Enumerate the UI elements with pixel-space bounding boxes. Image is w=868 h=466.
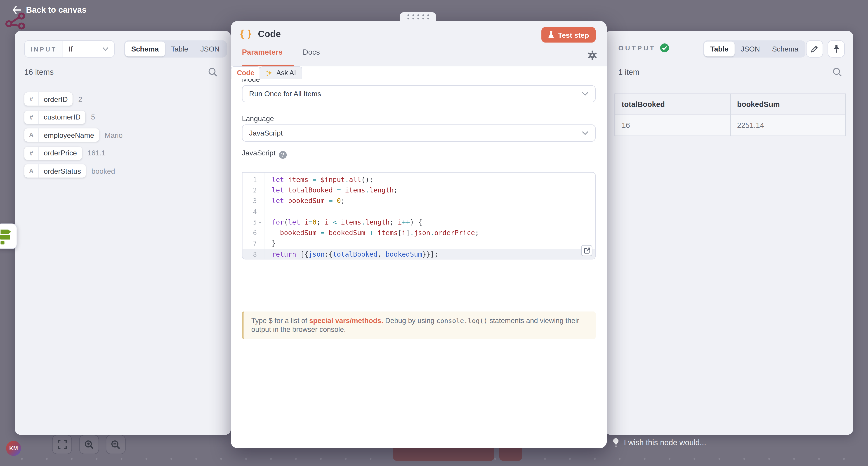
- input-source-select[interactable]: If: [63, 41, 114, 57]
- input-source-control: INPUT If: [24, 40, 115, 58]
- tab-docs[interactable]: Docs: [303, 48, 320, 57]
- line-number: 4: [243, 208, 257, 215]
- code-line[interactable]: 4: [243, 206, 595, 217]
- search-icon[interactable]: [833, 68, 842, 77]
- field-value: booked: [92, 167, 115, 175]
- field-type-icon: A: [24, 128, 39, 142]
- back-to-canvas-label: Back to canvas: [26, 5, 87, 14]
- active-tab-underline: [242, 64, 294, 66]
- output-view-tabs: Table JSON Schema: [703, 40, 806, 58]
- zoom-in-icon: [84, 440, 94, 450]
- lightbulb-icon: [612, 437, 620, 447]
- field-type-icon: #: [24, 92, 39, 106]
- code-line[interactable]: 2let totalBooked = items.length;: [243, 185, 595, 196]
- schema-field-pill[interactable]: #orderID: [24, 92, 73, 106]
- pin-data-button[interactable]: [828, 40, 845, 58]
- tab-input-table[interactable]: Table: [165, 41, 194, 57]
- schema-row: AemployeeNameMario: [24, 128, 224, 142]
- schema-field-list: #orderID2#customerID5AemployeeNameMario#…: [24, 92, 224, 182]
- code-editor[interactable]: 1let items = $input.all();2let totalBook…: [242, 172, 596, 260]
- special-vars-link[interactable]: special vars/methods.: [309, 317, 383, 325]
- hint-text: Debug by using: [383, 317, 436, 325]
- tab-output-table[interactable]: Table: [704, 41, 735, 57]
- input-items-count: 16 items: [24, 68, 54, 76]
- modal-drag-handle[interactable]: [400, 12, 436, 21]
- schema-row: #orderID2: [24, 92, 224, 106]
- field-type-icon: #: [24, 110, 39, 124]
- gear-icon[interactable]: [587, 51, 597, 60]
- mode-select[interactable]: Run Once for All Items: [242, 85, 596, 102]
- edit-output-button[interactable]: [806, 40, 823, 58]
- tab-input-json[interactable]: JSON: [194, 41, 225, 57]
- output-panel-header: OUTPUT: [618, 43, 670, 53]
- field-value: 2: [78, 95, 82, 103]
- schema-row: AorderStatusbooked: [24, 164, 224, 177]
- code-lines: 1let items = $input.all();2let totalBook…: [243, 173, 595, 259]
- code-text: let bookedSum = 0;: [243, 197, 345, 205]
- code-line[interactable]: 8return [{json:{totalBooked, bookedSum}}…: [243, 249, 595, 259]
- tab-input-schema[interactable]: Schema: [125, 41, 165, 57]
- zoom-in-button[interactable]: [79, 435, 99, 454]
- output-table-header-row: totalBooked bookedSum: [615, 94, 845, 115]
- schema-field-pill[interactable]: #orderPrice: [24, 146, 82, 160]
- code-node-icon: { }: [240, 28, 252, 39]
- code-line[interactable]: 1let items = $input.all();: [243, 174, 595, 185]
- pin-icon: [832, 44, 840, 54]
- language-select[interactable]: JavaScript: [242, 125, 596, 142]
- schema-field-pill[interactable]: AorderStatus: [24, 164, 86, 177]
- workflow-node-glyph-icon: [4, 12, 28, 30]
- code-line[interactable]: 5⌄for(let i=0; i < items.length; i++) {: [243, 217, 595, 228]
- zoom-out-button[interactable]: [106, 435, 126, 454]
- language-label: Language: [242, 114, 274, 123]
- pencil-icon: [810, 45, 819, 53]
- field-value: 5: [91, 113, 95, 121]
- field-name: employeeName: [39, 128, 99, 142]
- fold-chevron-icon[interactable]: ⌄: [258, 219, 261, 224]
- output-panel: OUTPUT Table JSON Schema 1 item: [605, 31, 853, 435]
- field-name: orderID: [39, 92, 72, 106]
- field-value: 161.1: [88, 149, 105, 157]
- tab-code[interactable]: Code: [231, 66, 260, 79]
- help-icon[interactable]: ?: [279, 151, 287, 158]
- expand-icon: [583, 247, 590, 254]
- code-line[interactable]: 6 bookedSum = bookedSum + items[i].json.…: [243, 228, 595, 238]
- code-text: return [{json:{totalBooked, bookedSum}}]…: [243, 251, 438, 258]
- tab-output-json[interactable]: JSON: [735, 41, 766, 57]
- column-header[interactable]: bookedSum: [730, 94, 845, 114]
- code-line[interactable]: 7}: [243, 238, 595, 249]
- column-header[interactable]: totalBooked: [615, 94, 730, 114]
- schema-field-pill[interactable]: AemployeeName: [24, 128, 99, 142]
- chevron-down-icon: [582, 92, 588, 96]
- javascript-field-label: JavaScript?: [242, 149, 287, 159]
- fit-view-icon: [57, 440, 67, 449]
- schema-field-pill[interactable]: #customerID: [24, 110, 86, 124]
- if-node-icon-card[interactable]: [0, 223, 17, 249]
- code-text: let totalBooked = items.length;: [243, 186, 398, 194]
- search-icon[interactable]: [208, 68, 218, 77]
- avatar[interactable]: KM: [6, 441, 21, 456]
- field-type-icon: #: [24, 146, 39, 160]
- input-view-tabs: Schema Table JSON: [124, 40, 227, 58]
- language-value: JavaScript: [249, 129, 283, 137]
- input-panel: INPUT If Schema Table JSON 16 items #ord…: [15, 31, 231, 435]
- tab-output-schema[interactable]: Schema: [766, 41, 805, 57]
- code-text: let items = $input.all();: [243, 176, 373, 184]
- n8n-node-detail-view: Back to canvas KM: [0, 0, 868, 466]
- line-number: 7: [243, 240, 257, 247]
- if-node-filter-icon: [0, 228, 14, 244]
- field-name: orderStatus: [39, 164, 86, 177]
- tab-ask-ai[interactable]: Ask AI: [260, 66, 302, 79]
- parameters-pane: Mode Run Once for All Items Language Jav…: [231, 66, 607, 448]
- chevron-down-icon: [102, 47, 108, 51]
- code-editor-tabs: Code Ask AI: [231, 66, 607, 79]
- code-hint-callout: Type $ for a list of special vars/method…: [242, 311, 596, 339]
- node-title-text[interactable]: Code: [258, 29, 281, 39]
- wish-node-feedback-button[interactable]: I wish this node would...: [612, 437, 706, 447]
- expand-editor-button[interactable]: [581, 245, 592, 256]
- zoom-to-fit-button[interactable]: [52, 435, 72, 454]
- tab-parameters[interactable]: Parameters: [242, 48, 283, 57]
- code-line[interactable]: 3let bookedSum = 0;: [243, 196, 595, 206]
- test-step-button[interactable]: Test step: [541, 27, 596, 43]
- gutter-divider: [265, 173, 265, 259]
- sparkles-icon: [266, 69, 273, 76]
